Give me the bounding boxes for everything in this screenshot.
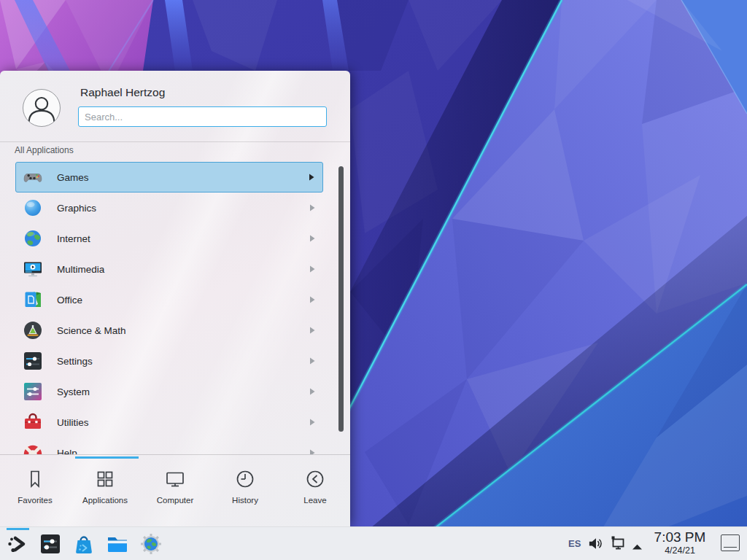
category-multimedia[interactable]: Multimedia — [15, 254, 323, 284]
category-label: Utilities — [57, 417, 89, 428]
chevron-right-icon — [309, 357, 315, 365]
category-label: Multimedia — [57, 264, 104, 275]
category-label: System — [57, 386, 90, 397]
application-launcher-button[interactable] — [6, 532, 29, 556]
tab-leave[interactable]: Leave — [280, 455, 350, 527]
scrollbar[interactable] — [338, 166, 344, 432]
system-settings-icon — [39, 532, 62, 556]
category-label: Office — [57, 295, 82, 306]
show-desktop-button[interactable] — [721, 534, 740, 551]
bookmark-icon — [24, 468, 46, 490]
digital-clock[interactable]: 7:03 PM 4/24/21 — [646, 529, 713, 556]
discover-button[interactable] — [72, 532, 96, 556]
chevron-right-icon — [309, 235, 315, 242]
clock-date: 4/24/21 — [646, 545, 713, 556]
keyboard-layout-indicator[interactable]: ES — [568, 538, 581, 549]
discover-icon — [72, 532, 96, 556]
desktop: Raphael Hertzog All Applications Games — [0, 0, 747, 560]
category-settings[interactable]: Settings — [15, 346, 323, 376]
utilities-toolbox-icon — [23, 412, 43, 432]
chevron-right-icon — [309, 296, 315, 303]
multimedia-monitor-icon — [23, 259, 43, 279]
category-list: Games Graphics — [0, 162, 350, 454]
category-label: Settings — [57, 356, 93, 367]
file-manager-button[interactable] — [106, 532, 129, 556]
graphics-ball-icon — [23, 198, 43, 218]
category-help[interactable]: Help — [15, 438, 323, 454]
chevron-right-icon — [309, 388, 315, 395]
tab-label: Applications — [82, 496, 128, 505]
tab-label: Favorites — [18, 496, 52, 505]
tab-computer[interactable]: Computer — [140, 455, 210, 527]
gamepad-icon — [23, 167, 43, 187]
tab-label: History — [232, 496, 258, 505]
chevron-right-icon — [309, 265, 315, 273]
tab-label: Computer — [157, 496, 194, 505]
category-label: Help — [57, 448, 77, 455]
search-input[interactable] — [78, 106, 327, 127]
settings-sliders-icon — [23, 351, 43, 371]
system-settings-button[interactable] — [39, 532, 62, 556]
chevron-right-icon — [309, 327, 315, 334]
chevron-right-icon — [309, 174, 314, 181]
globe-icon — [23, 228, 43, 249]
avatar — [23, 89, 61, 127]
history-clock-icon — [234, 468, 256, 490]
volume-icon[interactable] — [587, 535, 604, 555]
chevron-right-icon — [309, 204, 315, 211]
tab-label: Leave — [303, 496, 326, 505]
network-icon[interactable] — [609, 534, 627, 555]
office-document-icon — [23, 289, 43, 310]
user-icon — [23, 89, 60, 127]
tab-applications[interactable]: Applications — [70, 455, 140, 527]
category-label: Science & Math — [57, 325, 126, 336]
konqueror-icon — [139, 532, 163, 556]
category-utilities[interactable]: Utilities — [15, 407, 323, 438]
kickoff-icon — [6, 532, 29, 556]
category-games[interactable]: Games — [15, 162, 323, 192]
system-sliders-icon — [23, 381, 43, 402]
dolphin-folder-icon — [106, 532, 129, 556]
launcher-active-indicator — [7, 528, 29, 530]
category-label: Graphics — [57, 203, 96, 214]
help-lifebuoy-icon — [23, 443, 43, 454]
user-name: Raphael Hertzog — [80, 86, 165, 99]
tab-favorites[interactable]: Favorites — [0, 455, 70, 527]
science-flask-icon — [23, 320, 43, 341]
taskbar: ES 7:03 PM 4/24/21 — [0, 526, 747, 560]
category-graphics[interactable]: Graphics — [15, 192, 323, 223]
category-system[interactable]: System — [15, 376, 323, 407]
chevron-right-icon — [309, 419, 315, 426]
computer-monitor-icon — [164, 468, 186, 490]
clock-time: 7:03 PM — [646, 529, 713, 545]
category-label: Internet — [57, 233, 90, 244]
web-browser-button[interactable] — [139, 532, 163, 556]
category-science-math[interactable]: Science & Math — [15, 315, 323, 346]
category-label: Games — [57, 172, 89, 183]
application-launcher-panel: Raphael Hertzog All Applications Games — [0, 71, 350, 526]
header-separator — [0, 141, 350, 142]
expand-tray-caret-icon[interactable] — [632, 540, 643, 553]
category-internet[interactable]: Internet — [15, 223, 323, 254]
leave-circle-icon — [304, 468, 326, 490]
launcher-tab-bar: Favorites Applications — [0, 454, 350, 527]
active-tab-indicator — [75, 456, 139, 459]
tab-history[interactable]: History — [210, 455, 280, 527]
section-label: All Applications — [15, 145, 74, 155]
category-office[interactable]: Office — [15, 284, 323, 315]
app-grid-icon — [94, 468, 116, 490]
chevron-right-icon — [309, 449, 315, 454]
